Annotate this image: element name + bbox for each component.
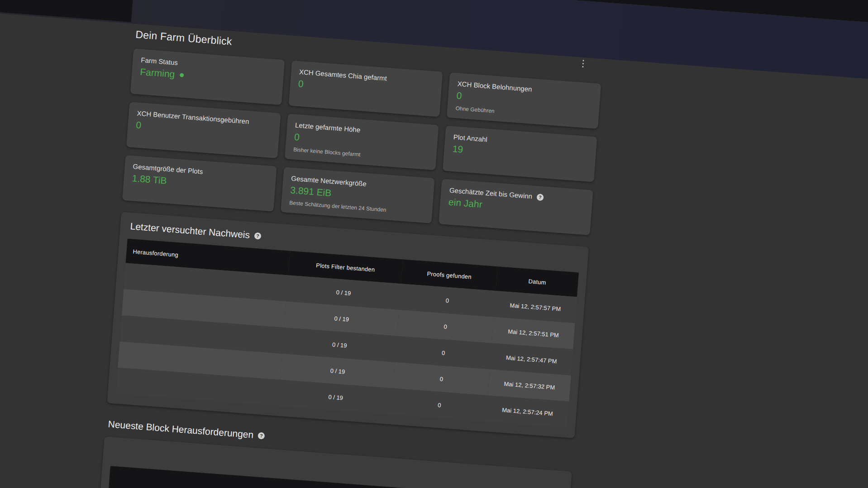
table-header — [108, 466, 562, 488]
cell-date: Mai 12, 2:57:24 PM — [486, 395, 569, 427]
help-icon[interactable]: ? — [536, 194, 544, 201]
card-last-height-farmed: Letzte gefarmte Höhe 0 Bisher keine Bloc… — [285, 114, 439, 170]
card-user-transaction-fees: XCH Benutzer Transaktionsgebühren 0 — [126, 102, 281, 158]
last-attempted-proof-panel: Letzter versuchter Nachweis ? Herausford… — [107, 212, 589, 438]
card-total-chia-farmed: XCH Gesamtes Chia gefarmt 0 — [288, 61, 443, 117]
kebab-menu-icon: ⋮ — [578, 58, 588, 68]
rotated-app-screenshot: Dein Farm Überblick ⋮ Farm Status Farmin… — [0, 0, 868, 488]
card-plot-count: Plot Anzahl 19 — [443, 126, 597, 182]
card-block-rewards: XCH Block Belohnungen 0 Ohne Gebühren — [447, 72, 601, 129]
overview-cards-grid: Farm Status Farming XCH Gesamtes Chia ge… — [122, 48, 601, 235]
farm-dashboard: Dein Farm Überblick ⋮ Farm Status Farmin… — [94, 24, 603, 488]
window-top-left-strip — [0, 0, 135, 22]
status-dot-icon — [180, 73, 184, 77]
card-estimated-time-to-win: Geschätzte Zeit bis Gewinn ? ein Jahr — [439, 179, 593, 235]
help-icon[interactable]: ? — [258, 432, 265, 439]
last-attempted-proof-table: Herausforderung Plots Filter bestanden P… — [116, 239, 579, 428]
card-farm-status: Farm Status Farming — [130, 48, 285, 105]
help-icon[interactable]: ? — [254, 232, 261, 239]
card-total-size-of-plots: Gesamtgröße der Plots 1.88 TiB — [122, 155, 277, 212]
card-total-network-space: Gesamte Netzwerkgröße 3.891 EiB Beste Sc… — [281, 167, 435, 223]
overview-menu-button[interactable]: ⋮ — [576, 56, 591, 71]
